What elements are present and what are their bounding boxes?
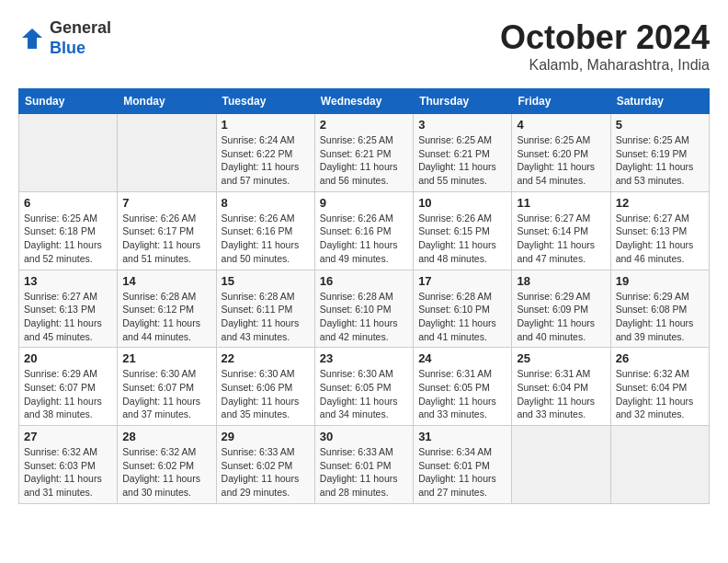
day-info: Sunrise: 6:30 AM Sunset: 6:06 PM Dayligh…	[222, 367, 310, 421]
calendar-cell: 13Sunrise: 6:27 AM Sunset: 6:13 PM Dayli…	[19, 270, 118, 348]
logo: General Blue	[18, 18, 111, 58]
calendar-body: 1Sunrise: 6:24 AM Sunset: 6:22 PM Daylig…	[19, 114, 710, 504]
day-number: 18	[517, 274, 605, 288]
day-number: 6	[24, 196, 112, 210]
day-of-week-header: Saturday	[610, 89, 709, 114]
calendar-cell: 26Sunrise: 6:32 AM Sunset: 6:04 PM Dayli…	[610, 348, 709, 426]
day-number: 25	[517, 351, 605, 365]
day-number: 20	[24, 351, 112, 365]
calendar-cell: 21Sunrise: 6:30 AM Sunset: 6:07 PM Dayli…	[118, 348, 216, 426]
day-info: Sunrise: 6:27 AM Sunset: 6:13 PM Dayligh…	[616, 212, 704, 266]
day-info: Sunrise: 6:31 AM Sunset: 6:04 PM Dayligh…	[517, 367, 605, 421]
logo-icon	[18, 25, 46, 52]
calendar-cell: 17Sunrise: 6:28 AM Sunset: 6:10 PM Dayli…	[414, 270, 512, 348]
logo-blue-text: Blue	[50, 39, 85, 57]
day-number: 4	[517, 118, 605, 132]
day-info: Sunrise: 6:30 AM Sunset: 6:07 PM Dayligh…	[122, 367, 210, 421]
calendar-cell: 5Sunrise: 6:25 AM Sunset: 6:19 PM Daylig…	[610, 114, 709, 192]
day-info: Sunrise: 6:30 AM Sunset: 6:05 PM Dayligh…	[320, 367, 408, 421]
calendar-cell: 7Sunrise: 6:26 AM Sunset: 6:17 PM Daylig…	[118, 191, 216, 270]
calendar-cell: 22Sunrise: 6:30 AM Sunset: 6:06 PM Dayli…	[216, 348, 314, 426]
days-of-week-row: SundayMondayTuesdayWednesdayThursdayFrid…	[19, 89, 710, 114]
day-info: Sunrise: 6:32 AM Sunset: 6:03 PM Dayligh…	[24, 445, 112, 500]
calendar-cell: 16Sunrise: 6:28 AM Sunset: 6:10 PM Dayli…	[314, 270, 413, 348]
day-number: 24	[418, 351, 506, 365]
day-info: Sunrise: 6:31 AM Sunset: 6:05 PM Dayligh…	[418, 367, 506, 421]
calendar-cell: 3Sunrise: 6:25 AM Sunset: 6:21 PM Daylig…	[414, 114, 512, 192]
day-number: 31	[418, 430, 506, 443]
calendar-cell: 19Sunrise: 6:29 AM Sunset: 6:08 PM Dayli…	[610, 270, 709, 348]
day-info: Sunrise: 6:25 AM Sunset: 6:21 PM Dayligh…	[320, 133, 408, 188]
day-info: Sunrise: 6:32 AM Sunset: 6:02 PM Dayligh…	[122, 445, 210, 500]
day-info: Sunrise: 6:28 AM Sunset: 6:11 PM Dayligh…	[222, 290, 310, 344]
calendar-cell	[512, 426, 610, 504]
day-info: Sunrise: 6:27 AM Sunset: 6:14 PM Dayligh…	[517, 212, 605, 266]
svg-marker-0	[22, 29, 42, 49]
day-info: Sunrise: 6:25 AM Sunset: 6:18 PM Dayligh…	[24, 212, 112, 266]
day-info: Sunrise: 6:28 AM Sunset: 6:10 PM Dayligh…	[320, 290, 408, 344]
calendar-week-row: 27Sunrise: 6:32 AM Sunset: 6:03 PM Dayli…	[19, 426, 710, 504]
day-number: 22	[222, 351, 310, 365]
day-of-week-header: Tuesday	[216, 89, 314, 114]
calendar-cell: 28Sunrise: 6:32 AM Sunset: 6:02 PM Dayli…	[118, 426, 216, 504]
day-number: 19	[616, 274, 704, 288]
calendar-cell: 2Sunrise: 6:25 AM Sunset: 6:21 PM Daylig…	[314, 114, 413, 192]
calendar-cell: 15Sunrise: 6:28 AM Sunset: 6:11 PM Dayli…	[216, 270, 314, 348]
day-info: Sunrise: 6:25 AM Sunset: 6:21 PM Dayligh…	[418, 133, 506, 188]
day-info: Sunrise: 6:26 AM Sunset: 6:16 PM Dayligh…	[222, 212, 310, 266]
calendar-week-row: 13Sunrise: 6:27 AM Sunset: 6:13 PM Dayli…	[19, 270, 710, 348]
day-of-week-header: Wednesday	[314, 89, 413, 114]
calendar-cell: 11Sunrise: 6:27 AM Sunset: 6:14 PM Dayli…	[512, 191, 610, 270]
title-block: October 2024 Kalamb, Maharashtra, India	[500, 18, 710, 74]
calendar-cell: 27Sunrise: 6:32 AM Sunset: 6:03 PM Dayli…	[19, 426, 118, 504]
day-info: Sunrise: 6:26 AM Sunset: 6:15 PM Dayligh…	[418, 212, 506, 266]
day-info: Sunrise: 6:32 AM Sunset: 6:04 PM Dayligh…	[616, 367, 704, 421]
day-number: 7	[122, 196, 210, 210]
day-number: 23	[320, 351, 408, 365]
calendar-week-row: 1Sunrise: 6:24 AM Sunset: 6:22 PM Daylig…	[19, 114, 710, 192]
day-number: 17	[418, 274, 506, 288]
day-info: Sunrise: 6:24 AM Sunset: 6:22 PM Dayligh…	[222, 133, 310, 188]
day-info: Sunrise: 6:33 AM Sunset: 6:01 PM Dayligh…	[320, 445, 408, 500]
day-info: Sunrise: 6:29 AM Sunset: 6:09 PM Dayligh…	[517, 290, 605, 344]
calendar-cell: 10Sunrise: 6:26 AM Sunset: 6:15 PM Dayli…	[414, 191, 512, 270]
calendar-cell: 18Sunrise: 6:29 AM Sunset: 6:09 PM Dayli…	[512, 270, 610, 348]
day-number: 3	[418, 118, 506, 132]
day-number: 16	[320, 274, 408, 288]
day-info: Sunrise: 6:25 AM Sunset: 6:20 PM Dayligh…	[517, 133, 605, 188]
calendar-cell: 1Sunrise: 6:24 AM Sunset: 6:22 PM Daylig…	[216, 114, 314, 192]
calendar-cell: 23Sunrise: 6:30 AM Sunset: 6:05 PM Dayli…	[314, 348, 413, 426]
day-number: 30	[320, 430, 408, 443]
day-number: 2	[320, 118, 408, 132]
calendar-cell: 4Sunrise: 6:25 AM Sunset: 6:20 PM Daylig…	[512, 114, 610, 192]
logo-general-text: General	[50, 18, 111, 37]
day-number: 8	[222, 196, 310, 210]
day-number: 10	[418, 196, 506, 210]
day-info: Sunrise: 6:29 AM Sunset: 6:07 PM Dayligh…	[24, 367, 112, 421]
calendar-week-row: 6Sunrise: 6:25 AM Sunset: 6:18 PM Daylig…	[19, 191, 710, 270]
calendar-cell: 30Sunrise: 6:33 AM Sunset: 6:01 PM Dayli…	[314, 426, 413, 504]
calendar-cell: 9Sunrise: 6:26 AM Sunset: 6:16 PM Daylig…	[314, 191, 413, 270]
month-title: October 2024	[500, 18, 710, 57]
calendar-header: SundayMondayTuesdayWednesdayThursdayFrid…	[19, 89, 710, 114]
day-number: 12	[616, 196, 704, 210]
day-number: 5	[616, 118, 704, 132]
calendar-cell: 31Sunrise: 6:34 AM Sunset: 6:01 PM Dayli…	[414, 426, 512, 504]
day-info: Sunrise: 6:33 AM Sunset: 6:02 PM Dayligh…	[222, 445, 310, 500]
calendar-cell: 25Sunrise: 6:31 AM Sunset: 6:04 PM Dayli…	[512, 348, 610, 426]
day-number: 9	[320, 196, 408, 210]
day-number: 28	[122, 430, 210, 443]
day-of-week-header: Monday	[118, 89, 216, 114]
calendar-cell: 29Sunrise: 6:33 AM Sunset: 6:02 PM Dayli…	[216, 426, 314, 504]
day-of-week-header: Thursday	[414, 89, 512, 114]
day-number: 11	[517, 196, 605, 210]
day-info: Sunrise: 6:26 AM Sunset: 6:16 PM Dayligh…	[320, 212, 408, 266]
day-number: 1	[222, 118, 310, 132]
day-number: 14	[122, 274, 210, 288]
day-info: Sunrise: 6:34 AM Sunset: 6:01 PM Dayligh…	[418, 445, 506, 500]
calendar-cell	[610, 426, 709, 504]
logo-text: General Blue	[50, 18, 111, 58]
day-number: 27	[24, 430, 112, 443]
day-number: 29	[222, 430, 310, 443]
calendar-cell	[118, 114, 216, 192]
